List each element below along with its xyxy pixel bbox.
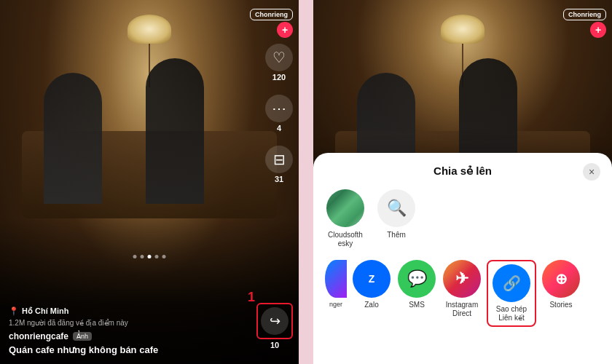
share-button[interactable]: ↪: [261, 307, 289, 335]
search-icon: 🔍: [377, 189, 415, 227]
stories-icon: ⊕: [542, 260, 580, 298]
avatar-image: [326, 189, 364, 227]
contact-item-cloudsofthesky[interactable]: Cloudsofth esky: [325, 189, 366, 248]
caption-text: Quán cafe nhưng không bán cafe: [9, 344, 254, 357]
location-name[interactable]: Hồ Chí Minh: [22, 306, 68, 316]
copy-link-highlight: 2 🔗 Sao chép Liên kết: [487, 260, 536, 327]
contact-name-more: Thêm: [387, 231, 406, 240]
contact-avatar-cloudsofthesky: [326, 189, 364, 227]
dots-indicator: [133, 255, 166, 258]
bottom-content: 📍 Hồ Chí Minh 1.2M người đã đăng về địa …: [0, 299, 262, 364]
modal-header: Chia sẻ lên ×: [325, 165, 600, 178]
user-row: chonriengcafe Ảnh: [9, 331, 254, 341]
profile-plus-button[interactable]: +: [277, 22, 293, 38]
contact-item-more[interactable]: 🔍 Thêm: [376, 189, 417, 248]
app-name-instagram: Instagram Direct: [442, 301, 482, 318]
figure-right: [146, 58, 204, 204]
app-name-sms: SMS: [409, 301, 425, 309]
copy-link-icon: 🔗: [493, 264, 530, 302]
dot-3: [148, 255, 152, 258]
app-item-sms[interactable]: 💬 SMS: [396, 260, 437, 309]
right-sidebar: ♡ 120 ⋯ 4 ⊟ 31: [265, 44, 293, 183]
dot-4: [155, 255, 159, 258]
app-name-zalo: Zalo: [364, 301, 378, 309]
app-name-stories: Stories: [549, 301, 572, 309]
photo-badge: Ảnh: [73, 332, 92, 341]
location-row: 📍 Hồ Chí Minh: [9, 306, 254, 316]
share-button-container: 1 ↪ 10: [256, 303, 293, 349]
bookmark-button-item[interactable]: ⊟ 31: [265, 146, 293, 183]
app-name-messenger-partial: nger: [329, 301, 342, 309]
comment-count: 4: [277, 124, 281, 132]
step-number-2: 2: [527, 260, 535, 261]
modal-close-button[interactable]: ×: [583, 163, 600, 181]
app-item-copy-link[interactable]: 🔗 Sao chép Liên kết: [491, 264, 532, 323]
sms-icon: 💬: [398, 260, 436, 298]
right-lamp: [441, 15, 484, 44]
like-button-item[interactable]: ♡ 120: [265, 44, 293, 82]
comment-button-item[interactable]: ⋯ 4: [265, 95, 293, 132]
figure-left: [44, 73, 102, 204]
share-modal: Chia sẻ lên × Cloudsofth esky 🔍 Thêm: [313, 153, 612, 364]
share-button-highlight: ↪: [256, 303, 293, 339]
right-profile-badge[interactable]: Chonrieng: [563, 9, 606, 20]
messenger-icon-partial: [325, 260, 347, 298]
panel-divider: [299, 0, 313, 364]
comment-icon: ⋯: [265, 95, 293, 122]
profile-badge[interactable]: Chonrieng: [250, 9, 293, 20]
location-pin-icon: 📍: [9, 306, 19, 316]
dot-1: [133, 255, 137, 258]
left-panel: Chonrieng + ♡ 120 ⋯ 4 ⊟ 31 📍 Hồ Chí Minh…: [0, 0, 299, 364]
contacts-row: Cloudsofth esky 🔍 Thêm: [325, 189, 600, 248]
views-text: 1.2M người đã đăng về địa điểm này: [9, 319, 254, 327]
app-item-stories[interactable]: ⊕ Stories: [541, 260, 581, 309]
bookmark-icon: ⊟: [265, 146, 293, 173]
app-item-zalo[interactable]: Z Zalo: [351, 260, 392, 309]
dot-2: [141, 255, 144, 258]
contact-name-cloudsofthesky: Cloudsofth esky: [325, 231, 366, 248]
zalo-icon: Z: [353, 260, 391, 298]
right-panel: Chonrieng + Chia sẻ lên × Cloudsofth esk…: [313, 0, 612, 364]
like-icon: ♡: [265, 44, 293, 71]
app-icons-row: nger Z Zalo 💬 SMS ✈ Instagram Direct: [325, 260, 600, 327]
like-count: 120: [272, 73, 286, 82]
app-name-copy-link: Sao chép Liên kết: [491, 305, 532, 323]
dot-5: [162, 255, 166, 258]
step-number-1: 1: [248, 290, 255, 305]
username[interactable]: chonriengcafe: [9, 331, 68, 341]
lamp: [128, 15, 171, 44]
app-item-instagram[interactable]: ✈ Instagram Direct: [442, 260, 482, 318]
instagram-icon: ✈: [443, 260, 481, 298]
bookmark-count: 31: [275, 175, 283, 183]
share-count: 10: [270, 341, 279, 349]
app-item-messenger-partial[interactable]: nger: [325, 260, 347, 309]
right-profile-plus[interactable]: +: [590, 22, 606, 38]
modal-title: Chia sẻ lên: [434, 165, 492, 178]
